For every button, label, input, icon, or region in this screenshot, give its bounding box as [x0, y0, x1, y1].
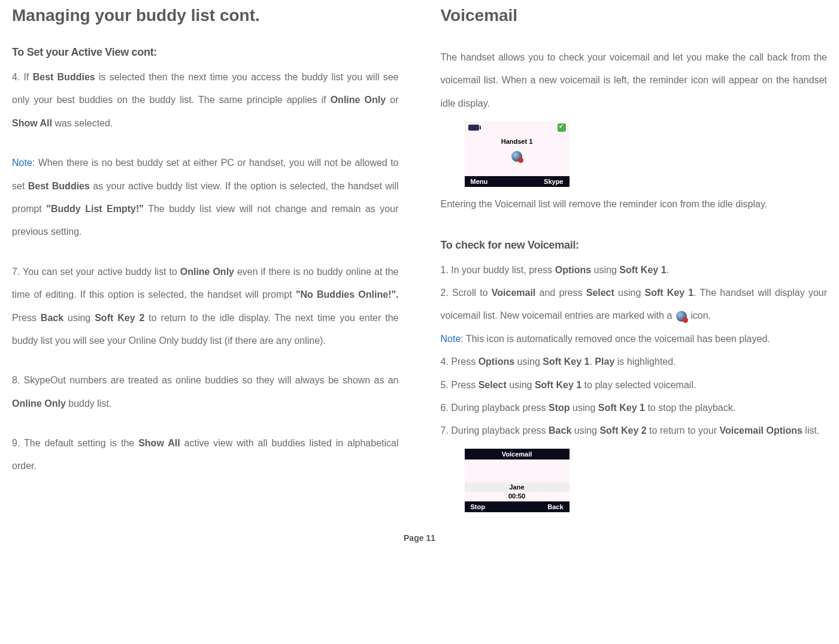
- text: using: [514, 356, 543, 367]
- text: using: [591, 265, 619, 275]
- text: 5. Press: [441, 380, 478, 390]
- battery-icon: [468, 125, 479, 131]
- softkey-menu: Menu: [471, 178, 488, 185]
- text: : This icon is automatically removed onc…: [461, 334, 770, 344]
- text: 2. Scroll to: [441, 288, 492, 298]
- bold: Soft Key 2: [95, 313, 144, 323]
- voicemail-entry-name: Jane: [465, 482, 570, 492]
- voicemail-playback-screen: Voicemail Jane 00:50 Stop Back: [465, 449, 570, 512]
- bold: Play: [595, 356, 614, 367]
- bold: Voicemail: [492, 288, 536, 298]
- bold: Soft Key 1: [543, 356, 589, 367]
- bold: Soft Key 1: [535, 380, 581, 390]
- bold: Soft Key 1: [619, 265, 666, 275]
- screen-softkeys: Stop Back: [465, 501, 570, 512]
- text: .: [667, 265, 669, 275]
- bold: Soft Key 1: [644, 288, 693, 298]
- bold: Options: [555, 265, 591, 275]
- right-intro: The handset allows you to check your voi…: [441, 46, 828, 115]
- bold: Best Buddies: [28, 181, 90, 191]
- left-para-7: 7. You can set your active buddy list to…: [12, 261, 399, 353]
- step-1: 1. In your buddy list, press Options usi…: [441, 259, 828, 282]
- step-2: 2. Scroll to Voicemail and press Select …: [441, 282, 828, 328]
- text: to return to your: [647, 425, 720, 436]
- softkey-skype: Skype: [544, 178, 563, 185]
- screen-body-blank: [465, 459, 570, 482]
- text: Press: [12, 313, 41, 323]
- handset-idle-screen: Handset 1 Menu Skype: [465, 121, 570, 187]
- left-column: Managing your buddy list cont. To Set yo…: [12, 6, 399, 518]
- voicemail-new-icon: [676, 311, 687, 322]
- screen-statusbar: [465, 121, 570, 134]
- bold: Soft Key 1: [598, 403, 645, 413]
- bold: Voicemail Options: [720, 425, 802, 436]
- text: 9. The default setting is the: [12, 438, 138, 448]
- text: list.: [802, 425, 819, 436]
- text: was selected.: [52, 118, 113, 128]
- text: 8. SkypeOut numbers are treated as onlin…: [12, 375, 399, 385]
- text: using: [570, 403, 598, 413]
- right-column: Voicemail The handset allows you to chec…: [441, 6, 828, 518]
- text: to stop the playback.: [645, 403, 735, 413]
- voicemail-reminder-icon: [511, 151, 522, 162]
- status-check-icon: [558, 123, 566, 132]
- bold: Select: [586, 288, 614, 298]
- right-title: Voicemail: [441, 6, 828, 25]
- step-6: 6. During playback press Stop using Soft…: [441, 397, 828, 419]
- bold: Stop: [549, 403, 570, 413]
- bold: Online Only: [12, 398, 66, 409]
- bold: Online Only: [331, 95, 386, 105]
- bold: "Buddy List Empty!": [46, 204, 144, 214]
- text: buddy list.: [66, 398, 111, 409]
- bold: Online Only: [180, 267, 234, 277]
- text: 4. If: [12, 72, 33, 82]
- bold: Best Buddies: [33, 72, 95, 82]
- text: 6. During playback press: [441, 403, 549, 413]
- text: or: [386, 95, 398, 105]
- left-para-4: 4. If Best Buddies is selected then the …: [12, 66, 399, 135]
- right-subheading: To check for new Voicemail:: [441, 239, 828, 252]
- text: 4. Press: [441, 356, 478, 367]
- note-label: Note: [441, 334, 461, 344]
- softkey-stop: Stop: [471, 503, 485, 510]
- step-4: 4. Press Options using Soft Key 1. Play …: [441, 350, 828, 373]
- step-note: Note: This icon is automatically removed…: [441, 328, 828, 350]
- text: using: [571, 425, 599, 436]
- bold: Show All: [138, 438, 180, 448]
- voicemail-entry-time: 00:50: [465, 492, 570, 501]
- left-para-9: 9. The default setting is the Show All a…: [12, 432, 399, 478]
- bold: Back: [549, 425, 571, 436]
- right-p2: Entering the Voicemail list will remove …: [441, 193, 828, 216]
- text: to play selected voicemail.: [581, 380, 696, 390]
- left-note: Note: When there is no best buddy set at…: [12, 152, 399, 244]
- bold: Select: [478, 380, 507, 390]
- bold: Soft Key 2: [599, 425, 646, 436]
- screen-softkeys: Menu Skype: [465, 176, 570, 187]
- text: using: [507, 380, 535, 390]
- text: icon.: [688, 310, 711, 321]
- bold: Show All: [12, 118, 52, 128]
- text: and press: [535, 288, 586, 298]
- handset-label: Handset 1: [501, 138, 533, 145]
- text: is highlighted.: [614, 356, 676, 367]
- page-number: Page 11: [12, 533, 827, 543]
- screen-body: Handset 1: [465, 134, 570, 176]
- bold: "No Buddies Online!".: [296, 289, 399, 300]
- softkey-back: Back: [547, 503, 563, 510]
- text: using: [63, 313, 95, 323]
- left-title: Managing your buddy list cont.: [12, 6, 399, 25]
- text: 7. During playback press: [441, 425, 549, 436]
- bold: Back: [41, 313, 63, 323]
- text: 7. You can set your active buddy list to: [12, 267, 180, 277]
- note-label: Note: [12, 158, 32, 168]
- left-para-8: 8. SkypeOut numbers are treated as onlin…: [12, 369, 399, 415]
- step-5: 5. Press Select using Soft Key 1 to play…: [441, 374, 828, 397]
- left-subheading: To Set your Active View cont:: [12, 46, 399, 59]
- screen-title: Voicemail: [465, 449, 570, 459]
- step-7: 7. During playback press Back using Soft…: [441, 419, 828, 442]
- bold: Options: [478, 356, 514, 367]
- text: using: [614, 288, 645, 298]
- text: 1. In your buddy list, press: [441, 265, 555, 275]
